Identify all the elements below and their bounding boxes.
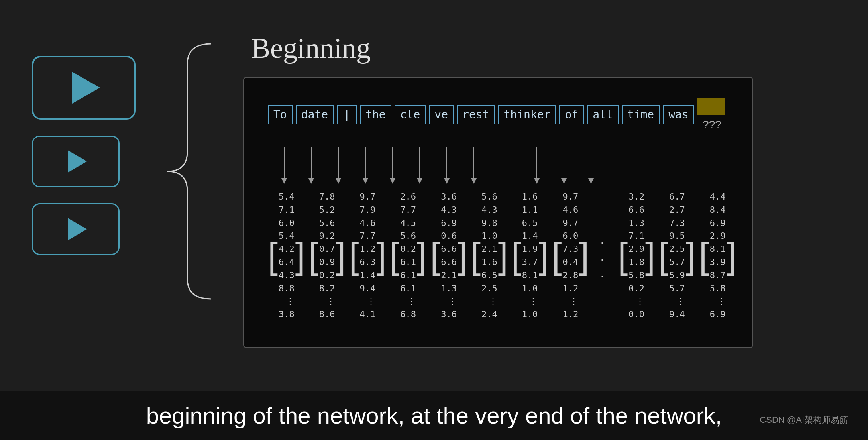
vector-11: [ 4.4 8.4 6.9 2.9 8.1 3.9 8.7 5.8 ⋮ 6.9 … — [699, 191, 736, 321]
arrow-col-2 — [300, 147, 323, 179]
arrow-5 — [392, 147, 393, 179]
right-content: Beginning To date | the cle ve rest thin… — [227, 24, 868, 348]
arrow-7 — [446, 147, 447, 179]
vector-2: [ 7.8 5.2 5.6 9.2 0.7 0.9 0.2 8.2 ⋮ 8.6 … — [308, 191, 346, 321]
arrow-ellipsis-spacer — [489, 147, 521, 179]
play-icon-small-1 — [68, 150, 87, 173]
vector-9: [ 3.2 6.6 1.3 7.1 2.9 1.8 5.8 0.2 ⋮ 0.0 … — [618, 191, 655, 321]
play-button-small-2[interactable] — [32, 203, 120, 255]
token-the: the — [360, 105, 391, 124]
token-rest: rest — [457, 105, 495, 124]
vector-values-1: 5.4 7.1 6.0 5.4 4.2 6.4 4.3 8.8 ⋮ 3.8 — [279, 191, 295, 321]
brace-svg — [147, 32, 227, 311]
arrow-col-5 — [381, 147, 404, 179]
token-ve: ve — [429, 105, 454, 124]
subtitle-bar: beginning of the network, at the very en… — [0, 391, 868, 440]
section-title: Beginning — [251, 32, 844, 65]
play-button-large[interactable] — [32, 56, 136, 120]
bracket-left-1: [ — [268, 238, 278, 274]
arrow-4 — [365, 147, 366, 179]
vectors-row: [ 5.4 7.1 6.0 5.4 4.2 6.4 4.3 8.8 ⋮ 3.8 … — [268, 191, 729, 321]
arrow-9 — [536, 147, 537, 179]
arrow-col-10 — [552, 147, 575, 179]
vector-3: [ 9.7 7.9 4.6 7.7 1.2 6.3 1.4 9.4 ⋮ 4.1 … — [349, 191, 387, 321]
arrow-col-11 — [579, 147, 603, 179]
subtitle-text: beginning of the network, at the very en… — [146, 402, 722, 429]
arrow-8 — [473, 147, 474, 179]
token-time: time — [622, 105, 660, 124]
vector-4: [ 2.6 7.7 4.5 5.6 0.2 6.1 6.1 6.1 ⋮ 6.8 … — [389, 191, 427, 321]
arrow-1 — [284, 147, 285, 179]
token-date: date — [296, 105, 334, 124]
ellipsis-separator: . . . — [592, 231, 615, 281]
play-button-small-1[interactable] — [32, 136, 120, 187]
arrow-11 — [591, 147, 591, 179]
brace-area — [147, 32, 227, 311]
arrow-col-4 — [354, 147, 377, 179]
question-label: ??? — [703, 118, 721, 131]
vector-8: [ 9.7 4.6 9.7 6.0 7.3 0.4 2.8 1.2 ⋮ 1.2 … — [552, 191, 589, 321]
arrow-col-9 — [525, 147, 548, 179]
viz-box: To date | the cle ve rest thinker of all… — [243, 77, 753, 348]
token-cle: cle — [395, 105, 426, 124]
play-icon-large — [72, 72, 100, 104]
arrow-col-1 — [273, 147, 296, 179]
token-question — [697, 98, 725, 115]
token-was: was — [663, 105, 694, 124]
button-panel — [32, 56, 136, 255]
tokens-row: To date | the cle ve rest thinker of all… — [268, 98, 729, 131]
token-of: of — [559, 105, 584, 124]
token-to: To — [268, 105, 293, 124]
vector-1: [ 5.4 7.1 6.0 5.4 4.2 6.4 4.3 8.8 ⋮ 3.8 … — [268, 191, 305, 321]
arrow-2 — [311, 147, 312, 179]
arrow-10 — [564, 147, 564, 179]
vector-10: [ 6.7 2.7 7.3 9.5 2.5 5.7 5.9 5.7 ⋮ 9.4 … — [658, 191, 696, 321]
token-pipe: | — [337, 105, 357, 124]
arrow-3 — [338, 147, 339, 179]
vector-6: [ 5.6 4.3 9.8 1.0 2.1 1.6 6.5 2.5 ⋮ 2.4 … — [471, 191, 508, 321]
arrow-col-6 — [408, 147, 431, 179]
arrow-col-3 — [327, 147, 350, 179]
token-question-wrapper: ??? — [697, 98, 725, 131]
watermark: CSDN @AI架构师易筋 — [760, 414, 848, 426]
token-all: all — [587, 105, 619, 124]
vector-5: [ 3.6 4.3 6.9 0.6 6.6 6.6 2.1 1.3 ⋮ 3.6 … — [430, 191, 467, 321]
arrows-row — [273, 147, 729, 179]
arrow-6 — [419, 147, 420, 179]
bracket-right-1: ] — [295, 238, 305, 274]
vector-7: [ 1.6 1.1 6.5 1.4 1.9 3.7 8.1 1.0 ⋮ 1.0 … — [511, 191, 549, 321]
token-thinker: thinker — [498, 105, 556, 124]
main-content: Beginning To date | the cle ve rest thin… — [0, 0, 868, 391]
play-icon-small-2 — [68, 218, 87, 240]
arrow-col-8 — [462, 147, 485, 179]
arrow-col-7 — [435, 147, 458, 179]
